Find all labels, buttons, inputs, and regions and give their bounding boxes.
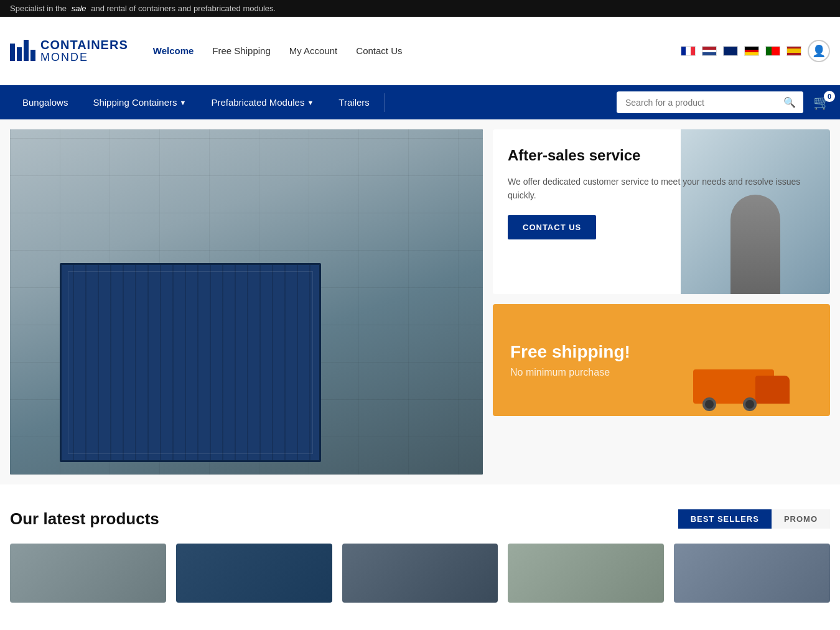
free-shipping-panel: Free shipping! No minimum purchase xyxy=(493,304,830,416)
cart-badge: 0 xyxy=(824,91,835,102)
hero-blue-container xyxy=(60,263,321,462)
logo-bar-3 xyxy=(24,40,29,61)
after-sales-title: After-sales service xyxy=(508,147,815,165)
bottom-header: Our latest products BEST SELLERS PROMO xyxy=(10,509,830,529)
site-header: CONTAINERS MONDE Welcome Free Shipping M… xyxy=(0,17,840,85)
nav-welcome[interactable]: Welcome xyxy=(153,45,194,56)
user-account-icon[interactable]: 👤 xyxy=(808,40,830,62)
flag-nl[interactable] xyxy=(702,46,717,56)
banner-text-before: Specialist in the xyxy=(10,4,67,13)
chevron-down-icon: ▼ xyxy=(179,99,186,106)
main-navbar: Bungalows Shipping Containers ▼ Prefabri… xyxy=(0,85,840,119)
flag-pt[interactable] xyxy=(765,46,780,56)
search-input[interactable] xyxy=(617,93,776,113)
header-right: 👤 xyxy=(681,40,830,62)
product-card-4[interactable] xyxy=(508,544,664,603)
nav-account[interactable]: My Account xyxy=(289,45,338,56)
flag-fr[interactable] xyxy=(681,46,696,56)
contact-us-button[interactable]: CONTACT US xyxy=(508,215,596,239)
navbar-shipping-containers[interactable]: Shipping Containers ▼ xyxy=(80,85,198,119)
main-content: After-sales service We offer dedicated c… xyxy=(0,119,840,484)
product-tabs: BEST SELLERS PROMO xyxy=(678,509,830,529)
after-sales-panel: After-sales service We offer dedicated c… xyxy=(493,129,830,294)
logo-sub: MONDE xyxy=(40,52,128,64)
tab-best-sellers[interactable]: BEST SELLERS xyxy=(678,509,772,529)
products-row xyxy=(10,544,830,603)
side-panels: After-sales service We offer dedicated c… xyxy=(493,129,830,475)
chevron-down-icon: ▼ xyxy=(307,99,314,106)
nav-free-shipping[interactable]: Free Shipping xyxy=(212,45,270,56)
logo-text: CONTAINERS MONDE xyxy=(40,38,128,64)
product-card-2[interactable] xyxy=(176,544,332,603)
bottom-section: Our latest products BEST SELLERS PROMO xyxy=(0,484,840,615)
flag-de[interactable] xyxy=(744,46,759,56)
navbar-separator xyxy=(385,93,385,112)
search-area: 🔍 xyxy=(617,91,803,113)
cart-icon[interactable]: 🛒 0 xyxy=(813,95,830,111)
truck-wheel-front xyxy=(743,397,757,411)
latest-products-title: Our latest products xyxy=(10,509,159,529)
product-card-1[interactable] xyxy=(10,544,166,603)
banner-text-after: and rental of containers and prefabricat… xyxy=(91,4,276,13)
free-shipping-title: Free shipping! xyxy=(510,342,813,362)
top-banner: Specialist in the sale and rental of con… xyxy=(0,0,840,17)
truck-wheel-rear xyxy=(702,397,716,411)
nav-contact[interactable]: Contact Us xyxy=(356,45,402,56)
search-button[interactable]: 🔍 xyxy=(776,91,803,113)
banner-italic: sale xyxy=(72,4,86,13)
logo-bar-4 xyxy=(30,50,35,61)
tab-promo[interactable]: PROMO xyxy=(772,509,830,529)
flag-es[interactable] xyxy=(786,46,801,56)
navbar-bungalows[interactable]: Bungalows xyxy=(10,85,80,119)
logo-bar-1 xyxy=(10,44,15,61)
free-shipping-content: Free shipping! No minimum purchase xyxy=(493,327,830,393)
product-card-3[interactable] xyxy=(342,544,498,603)
navbar-links: Bungalows Shipping Containers ▼ Prefabri… xyxy=(10,85,617,119)
navbar-prefabricated-modules[interactable]: Prefabricated Modules ▼ xyxy=(198,85,326,119)
after-sales-content: After-sales service We offer dedicated c… xyxy=(493,129,830,257)
logo-link[interactable]: CONTAINERS MONDE xyxy=(10,38,128,64)
logo-bar-2 xyxy=(17,47,22,61)
logo-brand: CONTAINERS xyxy=(40,38,128,52)
search-box: 🔍 xyxy=(617,91,803,113)
hero-image xyxy=(10,129,483,475)
hero-container-visual xyxy=(10,129,483,475)
flag-en[interactable] xyxy=(723,46,738,56)
free-shipping-subtitle: No minimum purchase xyxy=(510,367,813,378)
product-card-5[interactable] xyxy=(674,544,830,603)
logo-icon xyxy=(10,40,35,61)
navbar-trailers[interactable]: Trailers xyxy=(326,85,381,119)
after-sales-description: We offer dedicated customer service to m… xyxy=(508,175,815,203)
header-nav: Welcome Free Shipping My Account Contact… xyxy=(153,45,681,56)
